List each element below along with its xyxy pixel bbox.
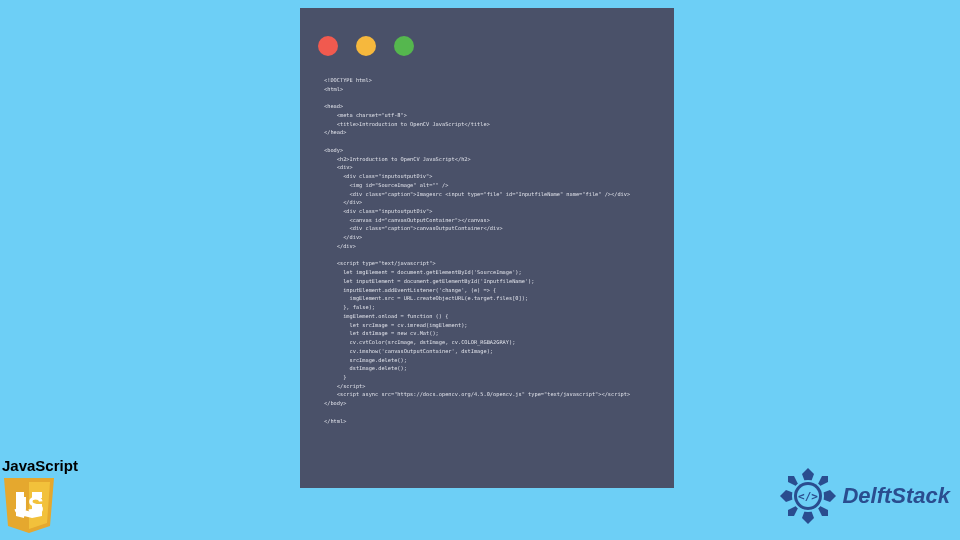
svg-marker-1 [802, 468, 814, 482]
gear-icon: </> [778, 466, 838, 526]
javascript-label: JavaScript [2, 457, 78, 474]
svg-marker-8 [818, 506, 828, 516]
minimize-icon[interactable] [356, 36, 376, 56]
maximize-icon[interactable] [394, 36, 414, 56]
traffic-lights [300, 8, 674, 72]
delftstack-text: DelftStack [842, 483, 950, 509]
svg-marker-2 [802, 510, 814, 524]
svg-text:JS: JS [14, 492, 43, 519]
svg-marker-3 [780, 490, 794, 502]
svg-marker-7 [788, 506, 798, 516]
delftstack-logo: </> DelftStack [778, 466, 950, 526]
svg-marker-5 [788, 476, 798, 486]
svg-text:</>: </> [798, 490, 818, 503]
code-window: <!DOCTYPE html> <html> <head> <meta char… [300, 8, 674, 488]
js-shield-icon: JS [2, 476, 56, 534]
svg-marker-4 [822, 490, 836, 502]
close-icon[interactable] [318, 36, 338, 56]
javascript-logo: JavaScript JS [2, 457, 78, 534]
svg-marker-6 [818, 476, 828, 486]
code-content: <!DOCTYPE html> <html> <head> <meta char… [300, 72, 674, 429]
